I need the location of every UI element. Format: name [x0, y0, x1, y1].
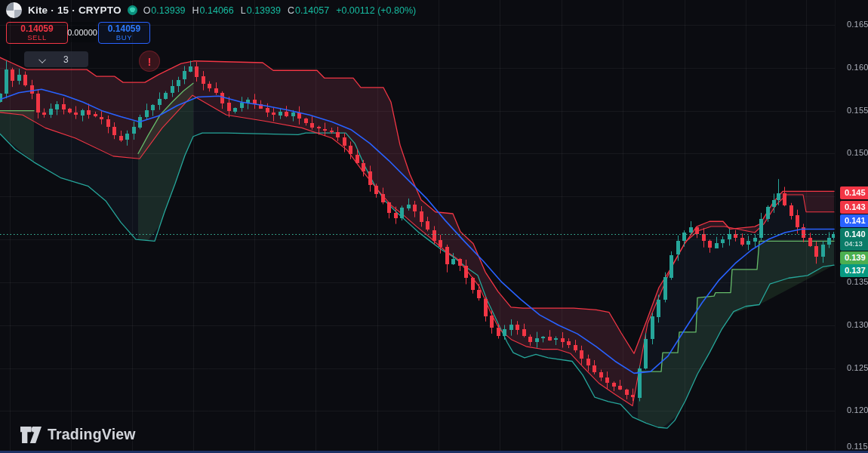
- price-chart-canvas[interactable]: [0, 0, 868, 453]
- sell-button[interactable]: 0.14059 SELL: [6, 22, 68, 44]
- indicator-price-tag: 0.141: [840, 214, 868, 227]
- indicator-price-tag: 0.139: [840, 251, 868, 264]
- price-axis-label: 0.155: [847, 106, 868, 115]
- ohlc-open-label: O: [143, 5, 151, 16]
- price-tag-value: 0.141: [845, 214, 868, 226]
- price-tag-value: 0.137: [845, 264, 868, 276]
- price-axis-label: 0.125: [847, 363, 868, 372]
- price-tag-value: 0.145: [845, 186, 868, 199]
- chevron-down-icon: [39, 56, 46, 63]
- ohlc-high-value: 0.14066: [200, 5, 234, 16]
- ohlc-close: C0.14057: [288, 5, 329, 16]
- price-axis-label: 0.160: [847, 63, 868, 72]
- price-axis-label: 0.115: [847, 442, 868, 451]
- indicator-price-tag: 0.137: [840, 264, 868, 277]
- ohlc-readout: O0.13939 H0.14066 L0.13939 C0.14057 +0.0…: [143, 5, 417, 16]
- tradingview-watermark[interactable]: TradingView: [20, 426, 136, 443]
- coin-logo-icon: [6, 2, 22, 18]
- indicator-price-tag: 0.143: [840, 201, 868, 214]
- price-axis-label: 0.135: [847, 277, 868, 286]
- price-tag-value: 0.143: [845, 201, 868, 213]
- ohlc-low-label: L: [241, 5, 246, 16]
- ohlc-high: H0.14066: [192, 5, 234, 16]
- symbol-header: Kite · 15 · CRYPTO O0.13939 H0.14066 L0.…: [6, 2, 416, 18]
- price-axis-label: 0.130: [847, 320, 868, 329]
- tradingview-logo-icon: [20, 427, 42, 443]
- ohlc-low: L0.13939: [241, 5, 281, 16]
- price-axis-label: 0.165: [847, 20, 868, 29]
- spread-value: 0.00000: [69, 22, 96, 42]
- price-tag-value: 0.139: [845, 251, 868, 263]
- buy-price: 0.14059: [108, 24, 140, 34]
- ohlc-high-label: H: [192, 5, 199, 16]
- ohlc-open-value: 0.13939: [151, 5, 185, 16]
- price-change: +0.00112 (+0.80%): [336, 5, 416, 16]
- price-axis-label: 0.150: [847, 148, 868, 157]
- ohlc-open: O0.13939: [143, 5, 186, 16]
- indicator-count: 3: [63, 54, 69, 65]
- ohlc-close-label: C: [288, 5, 294, 16]
- price-axis-label: 0.120: [847, 405, 868, 414]
- indicator-price-tag: 0.145: [840, 186, 868, 199]
- buy-label: BUY: [116, 34, 132, 42]
- tradingview-watermark-text: TradingView: [48, 426, 136, 443]
- market-status-icon: [128, 5, 137, 15]
- buy-button[interactable]: 0.14059 BUY: [98, 22, 150, 44]
- ohlc-low-value: 0.13939: [247, 5, 281, 16]
- sell-label: SELL: [27, 34, 47, 42]
- chart-window: Kite · 15 · CRYPTO O0.13939 H0.14066 L0.…: [0, 0, 868, 453]
- ohlc-close-value: 0.14057: [295, 5, 329, 16]
- bar-countdown: 04:13: [845, 239, 868, 248]
- alert-warning-icon[interactable]: !: [139, 51, 160, 72]
- collapsed-indicators-widget[interactable]: 3: [24, 51, 88, 67]
- price-axis[interactable]: 0.1650.1600.1550.1500.1350.1300.1250.120…: [835, 0, 868, 453]
- sell-price: 0.14059: [20, 24, 53, 34]
- price-tag-value: 0.140: [845, 228, 868, 240]
- symbol-title: Kite · 15 · CRYPTO: [28, 5, 122, 16]
- current-price-tag: 0.14004:13: [840, 228, 868, 251]
